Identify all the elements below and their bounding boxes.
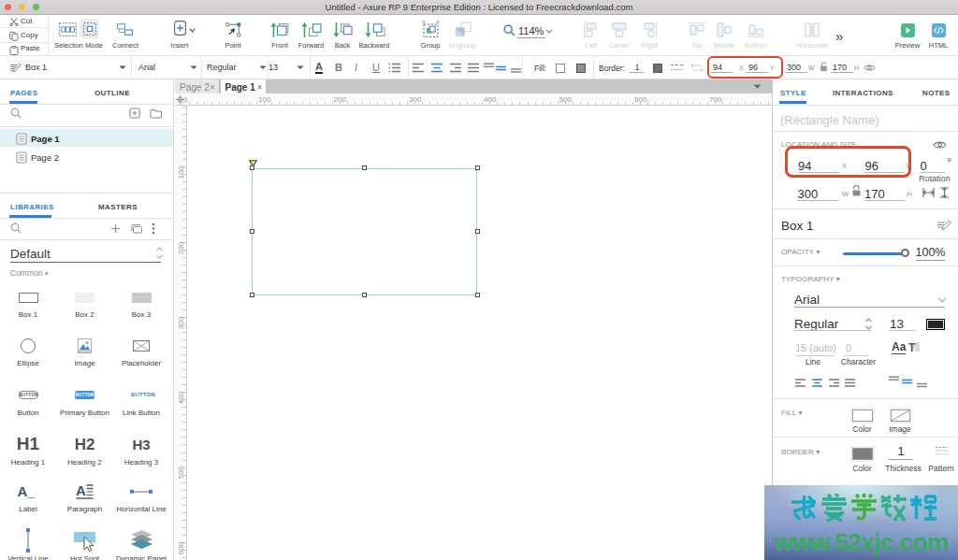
svg-text:A: A [76,483,86,498]
svg-text:T: T [908,341,916,353]
